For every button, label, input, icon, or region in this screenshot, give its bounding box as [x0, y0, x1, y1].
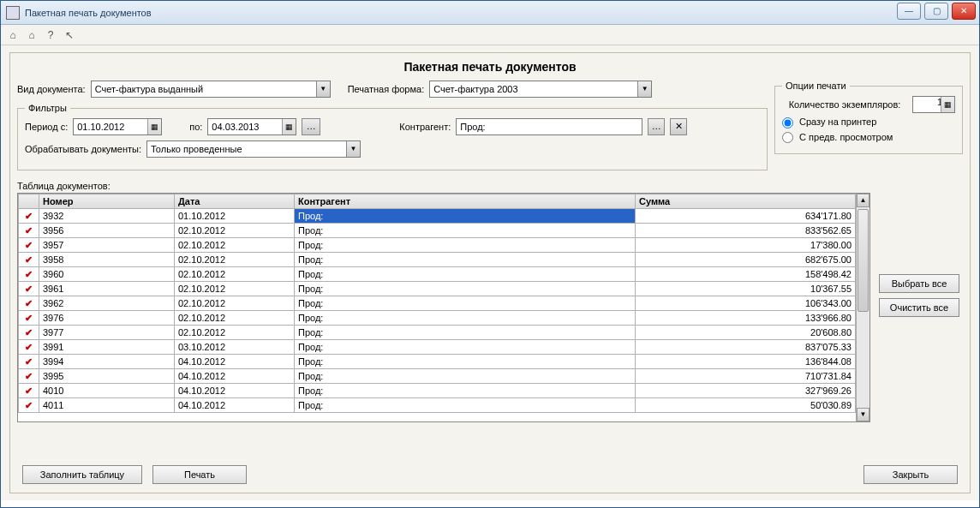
app-icon [6, 6, 20, 20]
row-counterparty: Прод: [295, 340, 636, 355]
col-number[interactable]: Номер [39, 194, 175, 209]
col-sum[interactable]: Сумма [636, 194, 856, 209]
counterparty-input[interactable]: Прод: [456, 118, 642, 135]
scroll-thumb[interactable] [858, 209, 869, 312]
date-from-input[interactable]: 01.10.2012 ▦ [73, 118, 162, 135]
row-date: 02.10.2012 [175, 326, 295, 340]
row-number: 3991 [39, 340, 175, 355]
process-mode-select[interactable]: Только проведенные ▼ [146, 140, 361, 158]
row-check-icon[interactable]: ✔ [19, 209, 39, 224]
row-check-icon[interactable]: ✔ [19, 224, 39, 238]
row-check-icon[interactable]: ✔ [19, 267, 39, 282]
row-counterparty: Прод: [295, 224, 636, 238]
row-date: 02.10.2012 [175, 267, 295, 282]
table-row[interactable]: ✔395702.10.2012Прод:17'380.00 [19, 238, 856, 253]
row-check-icon[interactable]: ✔ [19, 326, 39, 340]
row-check-icon[interactable]: ✔ [19, 311, 39, 326]
radio-to-printer[interactable]: Сразу на принтер [782, 117, 876, 128]
help-icon[interactable]: ? [44, 28, 57, 42]
row-date: 04.10.2012 [175, 369, 295, 384]
process-mode-dropdown-icon[interactable]: ▼ [346, 141, 360, 157]
table-row[interactable]: ✔401004.10.2012Прод:327'969.26 [19, 384, 856, 398]
row-check-icon[interactable]: ✔ [19, 282, 39, 296]
row-date: 04.10.2012 [175, 398, 295, 413]
period-to-label: по: [189, 122, 202, 132]
date-more-button[interactable]: … [302, 118, 320, 135]
table-row[interactable]: ✔393201.10.2012Прод:634'171.80 [19, 209, 856, 224]
row-date: 04.10.2012 [175, 384, 295, 398]
close-button[interactable]: Закрыть [863, 465, 958, 484]
row-number: 3994 [39, 355, 175, 369]
table-row[interactable]: ✔397602.10.2012Прод:133'966.80 [19, 311, 856, 326]
print-options-group: Опции печати Количество экземпляров: 1 ▦… [774, 81, 963, 154]
row-number: 3995 [39, 369, 175, 384]
tool-icon-2[interactable]: ⌂ [25, 28, 39, 42]
table-row[interactable]: ✔401104.10.2012Прод:50'030.89 [19, 398, 856, 413]
print-button[interactable]: Печать [152, 465, 247, 484]
table-row[interactable]: ✔395602.10.2012Прод:833'562.65 [19, 224, 856, 238]
row-check-icon[interactable]: ✔ [19, 238, 39, 253]
calendar-icon[interactable]: ▦ [282, 119, 296, 134]
fill-table-button[interactable]: Заполнить таблицу [22, 465, 142, 484]
maximize-button[interactable]: ▢ [924, 3, 948, 20]
row-check-icon[interactable]: ✔ [19, 384, 39, 398]
radio-with-preview[interactable]: С предв. просмотром [782, 132, 893, 144]
scroll-up-icon[interactable]: ▲ [857, 194, 869, 207]
table-row[interactable]: ✔399504.10.2012Прод:710'731.84 [19, 369, 856, 384]
row-number: 3956 [39, 224, 175, 238]
doc-type-dropdown-icon[interactable]: ▼ [316, 81, 330, 97]
table-row[interactable]: ✔399404.10.2012Прод:136'844.08 [19, 355, 856, 369]
col-check[interactable] [19, 194, 39, 209]
row-counterparty: Прод: [295, 355, 636, 369]
print-form-select[interactable]: Счет-фактура 2003 ▼ [429, 81, 652, 98]
row-check-icon[interactable]: ✔ [19, 369, 39, 384]
row-number: 3977 [39, 326, 175, 340]
table-row[interactable]: ✔399103.10.2012Прод:837'075.33 [19, 340, 856, 355]
copies-input[interactable]: 1 ▦ [912, 96, 955, 113]
row-sum: 710'731.84 [636, 369, 856, 384]
row-date: 02.10.2012 [175, 238, 295, 253]
doc-type-select[interactable]: Счет-фактура выданный ▼ [91, 81, 331, 98]
row-check-icon[interactable]: ✔ [19, 253, 39, 267]
row-sum: 10'367.55 [636, 282, 856, 296]
pointer-icon[interactable]: ↖ [63, 28, 76, 42]
col-counterparty[interactable]: Контрагент [295, 194, 636, 209]
row-counterparty: Прод: [295, 369, 636, 384]
table-row[interactable]: ✔396202.10.2012Прод:106'343.00 [19, 296, 856, 311]
col-date[interactable]: Дата [175, 194, 295, 209]
row-counterparty: Прод: [295, 384, 636, 398]
calendar-icon[interactable]: ▦ [147, 119, 161, 134]
counterparty-label: Контрагент: [399, 122, 451, 132]
row-check-icon[interactable]: ✔ [19, 355, 39, 369]
counterparty-clear-button[interactable]: ✕ [670, 118, 687, 135]
table-row[interactable]: ✔395802.10.2012Прод:682'675.00 [19, 253, 856, 267]
scroll-down-icon[interactable]: ▼ [857, 408, 869, 421]
row-counterparty: Прод: [295, 311, 636, 326]
row-date: 04.10.2012 [175, 355, 295, 369]
table-row[interactable]: ✔397702.10.2012Прод:20'608.80 [19, 326, 856, 340]
close-window-button[interactable]: ✕ [952, 3, 976, 20]
row-sum: 17'380.00 [636, 238, 856, 253]
clear-all-button[interactable]: Очистить все [879, 298, 959, 317]
row-sum: 833'562.65 [636, 224, 856, 238]
table-row[interactable]: ✔396102.10.2012Прод:10'367.55 [19, 282, 856, 296]
row-date: 02.10.2012 [175, 296, 295, 311]
scrollbar[interactable]: ▲ ▼ [856, 194, 869, 421]
counterparty-pick-button[interactable]: … [648, 118, 665, 135]
filters-group: Фильтры Период с: 01.10.2012 ▦ по: 04.03… [17, 103, 768, 170]
calc-icon[interactable]: ▦ [941, 97, 954, 112]
row-check-icon[interactable]: ✔ [19, 398, 39, 413]
minimize-button[interactable]: — [897, 3, 921, 20]
row-check-icon[interactable]: ✔ [19, 340, 39, 355]
titlebar[interactable]: Пакетная печать документов — ▢ ✕ [1, 1, 979, 25]
table-row[interactable]: ✔396002.10.2012Прод:158'498.42 [19, 267, 856, 282]
row-date: 01.10.2012 [175, 209, 295, 224]
date-to-input[interactable]: 04.03.2013 ▦ [207, 118, 296, 135]
row-check-icon[interactable]: ✔ [19, 296, 39, 311]
tool-icon-1[interactable]: ⌂ [6, 28, 20, 42]
print-form-dropdown-icon[interactable]: ▼ [637, 81, 651, 97]
row-sum: 634'171.80 [636, 209, 856, 224]
row-sum: 50'030.89 [636, 398, 856, 413]
select-all-button[interactable]: Выбрать все [879, 274, 959, 293]
window-title: Пакетная печать документов [25, 8, 152, 18]
